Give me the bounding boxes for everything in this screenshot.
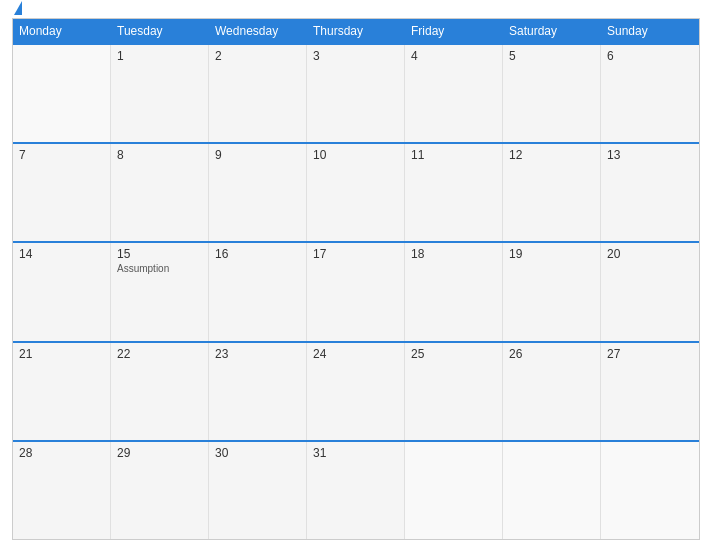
- logo: [12, 5, 22, 15]
- day-cell: 13: [601, 144, 699, 241]
- day-event: Assumption: [117, 263, 169, 274]
- week-row-5: 28293031: [13, 440, 699, 539]
- day-cell: 26: [503, 343, 601, 440]
- day-cell: 29: [111, 442, 209, 539]
- day-cell: 28: [13, 442, 111, 539]
- day-cell: 9: [209, 144, 307, 241]
- day-header-tuesday: Tuesday: [111, 19, 209, 43]
- logo-triangle-icon: [14, 1, 22, 15]
- day-number: 13: [607, 148, 620, 162]
- day-cell: 2: [209, 45, 307, 142]
- day-number: 25: [411, 347, 424, 361]
- week-row-1: 123456: [13, 43, 699, 142]
- day-cell: 30: [209, 442, 307, 539]
- day-number: 20: [607, 247, 620, 261]
- day-header-friday: Friday: [405, 19, 503, 43]
- day-cell: 5: [503, 45, 601, 142]
- day-cell: [503, 442, 601, 539]
- day-cell: 14: [13, 243, 111, 340]
- day-number: 24: [313, 347, 326, 361]
- day-cell: 31: [307, 442, 405, 539]
- day-header-saturday: Saturday: [503, 19, 601, 43]
- day-cell: 27: [601, 343, 699, 440]
- day-headers-row: MondayTuesdayWednesdayThursdayFridaySatu…: [13, 19, 699, 43]
- day-cell: [601, 442, 699, 539]
- day-cell: 17: [307, 243, 405, 340]
- day-number: 12: [509, 148, 522, 162]
- day-number: 15: [117, 247, 130, 261]
- calendar-page: MondayTuesdayWednesdayThursdayFridaySatu…: [0, 0, 712, 550]
- day-header-monday: Monday: [13, 19, 111, 43]
- day-cell: 1: [111, 45, 209, 142]
- day-number: 7: [19, 148, 26, 162]
- day-header-wednesday: Wednesday: [209, 19, 307, 43]
- day-cell: 24: [307, 343, 405, 440]
- day-cell: 25: [405, 343, 503, 440]
- day-number: 9: [215, 148, 222, 162]
- week-row-3: 1415Assumption1617181920: [13, 241, 699, 340]
- day-number: 5: [509, 49, 516, 63]
- day-cell: [405, 442, 503, 539]
- day-cell: 4: [405, 45, 503, 142]
- day-number: 8: [117, 148, 124, 162]
- day-number: 29: [117, 446, 130, 460]
- day-number: 2: [215, 49, 222, 63]
- day-number: 23: [215, 347, 228, 361]
- day-header-sunday: Sunday: [601, 19, 699, 43]
- day-number: 30: [215, 446, 228, 460]
- day-number: 17: [313, 247, 326, 261]
- day-number: 6: [607, 49, 614, 63]
- day-cell: 3: [307, 45, 405, 142]
- day-cell: 16: [209, 243, 307, 340]
- day-cell: 6: [601, 45, 699, 142]
- day-number: 16: [215, 247, 228, 261]
- day-cell: 8: [111, 144, 209, 241]
- day-cell: 20: [601, 243, 699, 340]
- day-cell: 22: [111, 343, 209, 440]
- day-number: 28: [19, 446, 32, 460]
- day-cell: 19: [503, 243, 601, 340]
- day-cell: 11: [405, 144, 503, 241]
- calendar-grid: MondayTuesdayWednesdayThursdayFridaySatu…: [12, 18, 700, 540]
- day-cell: 7: [13, 144, 111, 241]
- day-number: 10: [313, 148, 326, 162]
- day-number: 18: [411, 247, 424, 261]
- day-number: 27: [607, 347, 620, 361]
- day-cell: 12: [503, 144, 601, 241]
- day-cell: 23: [209, 343, 307, 440]
- day-number: 26: [509, 347, 522, 361]
- day-header-thursday: Thursday: [307, 19, 405, 43]
- week-row-2: 78910111213: [13, 142, 699, 241]
- day-number: 19: [509, 247, 522, 261]
- day-cell: 10: [307, 144, 405, 241]
- day-number: 4: [411, 49, 418, 63]
- day-cell: [13, 45, 111, 142]
- day-number: 22: [117, 347, 130, 361]
- day-cell: 15Assumption: [111, 243, 209, 340]
- day-number: 1: [117, 49, 124, 63]
- day-cell: 18: [405, 243, 503, 340]
- weeks-container: 123456789101112131415Assumption161718192…: [13, 43, 699, 539]
- day-number: 14: [19, 247, 32, 261]
- day-number: 21: [19, 347, 32, 361]
- day-number: 31: [313, 446, 326, 460]
- day-number: 3: [313, 49, 320, 63]
- week-row-4: 21222324252627: [13, 341, 699, 440]
- day-cell: 21: [13, 343, 111, 440]
- day-number: 11: [411, 148, 424, 162]
